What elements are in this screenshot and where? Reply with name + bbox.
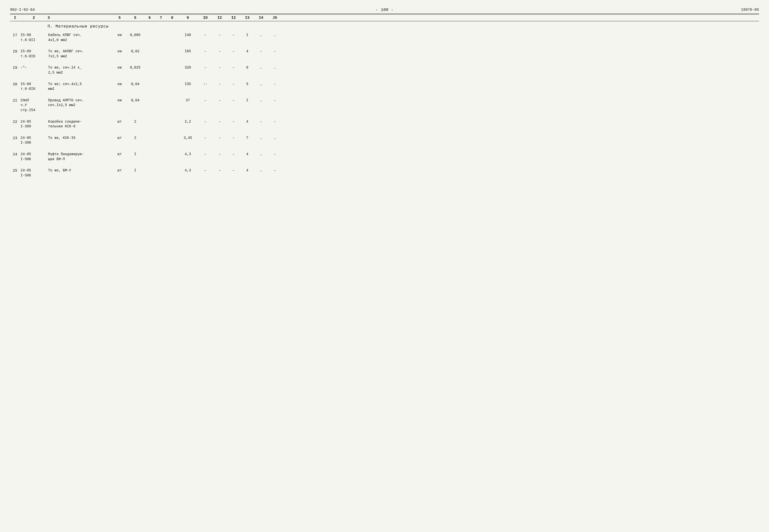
cell-14: – — [254, 49, 268, 54]
cell-3: Коробка соедини- тельная КСК-8 — [48, 119, 113, 129]
cell-14: … — [254, 136, 268, 141]
col-header-1: I — [10, 16, 20, 20]
cell-15: … — [268, 65, 282, 70]
cell-12: – — [227, 136, 240, 141]
table-row: I8I5-09 т.6-OI6То же, АКПВГ сеч. 7x2,5 м… — [10, 47, 759, 61]
cell-3: То же, сеч.I4 х_ 2,5 мм2 — [48, 65, 113, 75]
cell-10: – — [198, 49, 213, 54]
cell-11: – — [213, 136, 227, 141]
cell-13: 4 — [240, 49, 254, 54]
cell-4: км — [113, 33, 126, 38]
cell-4: км — [113, 82, 126, 87]
cell-14: … — [254, 33, 268, 38]
cell-14: … — [254, 82, 268, 87]
cell-12: – — [227, 119, 240, 124]
cell-5: 0,005 — [126, 33, 144, 38]
cell-2: I5-09 т.6-OI6 — [20, 49, 48, 59]
col-header-11: II — [213, 16, 227, 20]
cell-4: шт — [113, 136, 126, 141]
cell-1: 24 — [10, 152, 20, 157]
cell-10: – — [198, 119, 213, 124]
cell-10: – — [198, 168, 213, 173]
cell-5: 2 — [126, 119, 144, 124]
cell-3: То же, КСК-I6 — [48, 136, 113, 141]
cell-13: 4 — [240, 119, 254, 124]
cell-3: То же, БМ-У — [48, 168, 113, 173]
cell-13: 4 — [240, 152, 254, 157]
col-header-12: I2 — [227, 16, 240, 20]
cell-2: I5-09 т.6-OII — [20, 33, 48, 43]
cell-13: 7 — [240, 136, 254, 141]
col-header-2: 2 — [20, 16, 48, 20]
page-header: 902-I-92-84 - 109 - 19976-05 — [10, 8, 759, 12]
cell-4: шт — [113, 168, 126, 173]
cell-1: I7 — [10, 33, 20, 38]
col-header-5: 5 — [126, 16, 144, 20]
cell-5: 0,04 — [126, 98, 144, 103]
cell-10: – — [198, 65, 213, 70]
table-row: 2224-05 I-389Коробка соедини- тельная КС… — [10, 117, 759, 131]
cell-11: – — [213, 65, 227, 70]
col-header-15: J5 — [268, 16, 282, 20]
cell-1: 2I — [10, 98, 20, 103]
cell-2: 24-05 I-390 — [20, 136, 48, 145]
col-header-13: I3 — [240, 16, 254, 20]
cell-14: – — [254, 119, 268, 124]
cell-3: Кабель КПВГ сеч. 4xI,0 мм2 — [48, 33, 113, 43]
doc-number: 902-I-92-84 — [10, 8, 260, 12]
cell-12: – — [227, 65, 240, 70]
cell-4: км — [113, 98, 126, 103]
cell-11: – — [213, 33, 227, 38]
cell-5: 0,02 — [126, 49, 144, 54]
col-header-8: 8 — [166, 16, 178, 20]
cell-15: – — [268, 119, 282, 124]
cell-9: 320 — [178, 65, 198, 70]
cell-14: … — [254, 168, 268, 173]
cell-15: – — [268, 49, 282, 54]
cell-1: 20 — [10, 82, 20, 87]
cell-9: I40 — [178, 33, 198, 38]
table-row: 20I5-09 т.6-OI6То же; сеч.4x2,5 мм2км0,0… — [10, 80, 759, 94]
cell-15: – — [268, 82, 282, 87]
cell-14: … — [254, 98, 268, 103]
cell-2: 24-05 I-389 — [20, 119, 48, 129]
cell-13: 8 — [240, 65, 254, 70]
cell-2: 24-05 I-506 — [20, 152, 48, 162]
cell-13: 4 — [240, 168, 254, 173]
data-table: I7I5-09 т.6-OIIКабель КПВГ сеч. 4xI,0 мм… — [10, 31, 759, 180]
cell-9: I85 — [178, 49, 198, 54]
page-number: - 109 - — [260, 8, 509, 12]
cell-4: шт — [113, 119, 126, 124]
table-row: 2524-05 I-506То же, БМ-УштI4,3–––4…– — [10, 166, 759, 180]
cell-11: – — [213, 49, 227, 54]
cell-4: шт — [113, 152, 126, 157]
cell-3: Провод АПРТО сеч. сеч.Iх2,5 мм2 — [48, 98, 113, 108]
column-headers: I23556789IOIII2I3I4J5 — [10, 14, 759, 21]
cell-14: … — [254, 65, 268, 70]
cell-12: – — [227, 49, 240, 54]
table-row: I9–"–То же, сеч.I4 х_ 2,5 мм2км0,025320–… — [10, 63, 759, 77]
col-header-6: 6 — [144, 16, 155, 20]
cell-9: 2,2 — [178, 119, 198, 124]
table-row: 2424-05 I-506Муфта бандажирую- щая БМ-Пш… — [10, 150, 759, 164]
cell-15: – — [268, 98, 282, 103]
table-row: I7I5-09 т.6-OIIКабель КПВГ сеч. 4xI,0 мм… — [10, 31, 759, 45]
cell-1: I9 — [10, 65, 20, 71]
cell-11: – — [213, 152, 227, 157]
col-header-4: 5 — [113, 16, 126, 20]
cell-5: 0,04 — [126, 82, 144, 87]
cell-10: – — [198, 98, 213, 103]
cell-3: То же, АКПВГ сеч. 7x2,5 мм2 — [48, 49, 113, 59]
cell-15: … — [268, 33, 282, 38]
cell-11: – — [213, 119, 227, 124]
cell-14: … — [254, 152, 268, 157]
cell-5: 2 — [126, 136, 144, 141]
cell-2: I5-09 т.6-OI6 — [20, 82, 48, 92]
cell-13: I — [240, 33, 254, 38]
cell-12: – — [227, 82, 240, 87]
cell-3: Муфта бандажирую- щая БМ-П — [48, 152, 113, 162]
cell-1: 22 — [10, 119, 20, 125]
cell-5: I — [126, 168, 144, 173]
cell-1: 23 — [10, 136, 20, 141]
section-title: П. Материальные ресурсы — [10, 21, 759, 31]
